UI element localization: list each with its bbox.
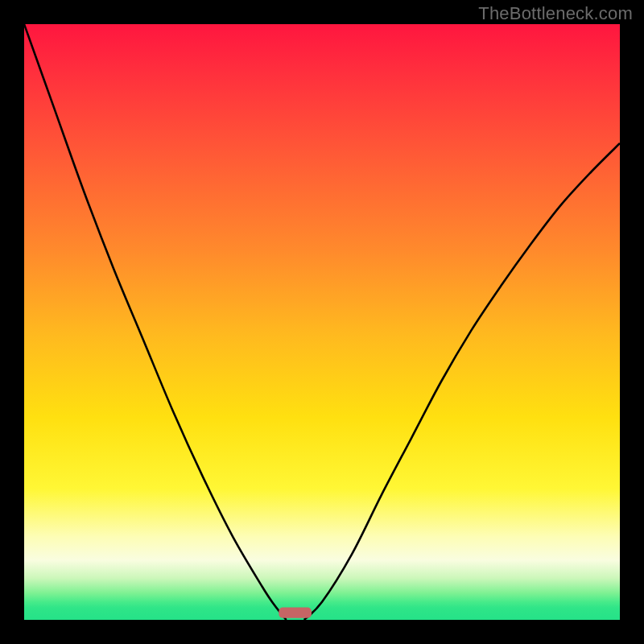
chart-frame: TheBottleneck.com (0, 0, 644, 644)
curve-right (304, 143, 620, 620)
curve-left (24, 24, 287, 620)
plot-svg (24, 24, 620, 620)
minimum-marker (279, 608, 312, 618)
watermark-label: TheBottleneck.com (478, 3, 633, 24)
plot-area (24, 24, 620, 620)
